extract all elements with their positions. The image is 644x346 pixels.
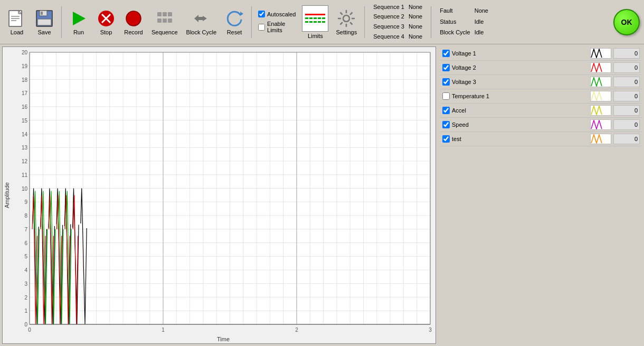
channel-name: Voltage 3 xyxy=(452,79,588,85)
svg-marker-21 xyxy=(240,12,243,16)
svg-text:15: 15 xyxy=(22,118,28,124)
channel-row: Temperature 10 xyxy=(440,89,642,104)
svg-rect-7 xyxy=(37,19,51,25)
channel-wave-icon xyxy=(590,48,611,59)
channel-name: Speed xyxy=(452,121,588,128)
seq1-label: Sequence 1 xyxy=(373,3,404,12)
svg-text:18: 18 xyxy=(22,77,28,83)
run-button[interactable]: Run xyxy=(66,8,91,36)
chart-area: Amplitude 012345678910111213141516171819… xyxy=(0,44,438,346)
settings-button[interactable]: Settings xyxy=(333,8,360,36)
load-label: Load xyxy=(11,29,23,35)
save-icon xyxy=(35,9,54,28)
svg-text:7: 7 xyxy=(24,227,27,232)
blockcycle-label: Block Cycle xyxy=(186,29,216,35)
blockcycle-icon xyxy=(192,9,211,28)
main-content: Amplitude 012345678910111213141516171819… xyxy=(0,44,644,346)
svg-line-29 xyxy=(351,12,353,14)
svg-rect-19 xyxy=(168,18,172,23)
fault-label: Fault xyxy=(440,6,470,16)
record-button[interactable]: Record xyxy=(121,8,146,36)
channel-checkbox[interactable] xyxy=(442,64,450,71)
seq2-label: Sequence 2 xyxy=(373,12,404,22)
svg-text:11: 11 xyxy=(22,172,28,178)
svg-rect-8 xyxy=(41,12,43,15)
status-val: Idle xyxy=(475,17,488,27)
sequence-info: Sequence 1 None Sequence 2 None Sequence… xyxy=(369,1,427,43)
load-button[interactable]: Load xyxy=(4,8,30,36)
svg-line-30 xyxy=(340,22,343,24)
settings-label: Settings xyxy=(336,29,357,35)
blockcycle-status-label: Block Cycle xyxy=(440,27,470,38)
save-label: Save xyxy=(37,29,51,35)
svg-rect-16 xyxy=(168,12,172,16)
svg-rect-17 xyxy=(157,18,162,23)
seq3-val: None xyxy=(409,22,422,32)
svg-text:10: 10 xyxy=(22,186,28,192)
limits-preview xyxy=(302,5,328,32)
channel-checkbox[interactable] xyxy=(442,78,450,86)
channel-wave-icon xyxy=(590,77,611,87)
reset-label: Reset xyxy=(227,29,242,35)
svg-text:3: 3 xyxy=(24,281,27,287)
enablelimits-checkbox[interactable] xyxy=(258,24,265,31)
channel-value: 0 xyxy=(613,77,640,87)
reset-button[interactable]: Reset xyxy=(222,8,247,36)
autoscaled-checkbox[interactable] xyxy=(258,11,265,17)
channel-row: Voltage 10 xyxy=(440,46,642,61)
stop-button[interactable]: Stop xyxy=(93,8,119,36)
channel-wave-icon xyxy=(590,105,611,116)
svg-text:3: 3 xyxy=(429,327,432,333)
channel-checkbox[interactable] xyxy=(442,121,450,128)
svg-rect-18 xyxy=(163,18,167,23)
save-button[interactable]: Save xyxy=(32,8,57,36)
svg-text:20: 20 xyxy=(22,50,28,55)
channel-value: 0 xyxy=(613,119,640,130)
channel-value: 0 xyxy=(613,105,640,116)
svg-text:5: 5 xyxy=(24,254,27,259)
seq3-label: Sequence 3 xyxy=(373,22,404,32)
svg-text:0: 0 xyxy=(24,322,27,328)
svg-text:19: 19 xyxy=(22,63,28,69)
channel-wave-icon xyxy=(590,134,611,144)
channel-checkbox[interactable] xyxy=(442,107,450,114)
sequence-icon xyxy=(155,9,174,28)
ok-label: OK xyxy=(621,18,632,26)
seq4-label: Sequence 4 xyxy=(373,32,404,42)
svg-rect-15 xyxy=(163,12,167,16)
channel-row: Speed0 xyxy=(440,118,642,132)
y-axis-label: Amplitude xyxy=(3,47,11,343)
autoscaled-group: Autoscaled EnableLimits xyxy=(256,8,298,35)
ok-button[interactable]: OK xyxy=(613,9,640,35)
blockcycle-button[interactable]: Block Cycle xyxy=(183,8,220,36)
limits-label: Limits xyxy=(308,33,323,39)
fault-val: None xyxy=(475,6,488,16)
svg-text:1: 1 xyxy=(24,308,27,314)
channel-checkbox[interactable] xyxy=(442,135,450,143)
limit-red-line xyxy=(305,14,325,15)
load-icon xyxy=(7,9,26,28)
sequence-button[interactable]: Sequence xyxy=(148,8,181,36)
svg-text:1: 1 xyxy=(162,327,165,333)
chart-container: Amplitude 012345678910111213141516171819… xyxy=(2,46,436,344)
chart-grid: 012345678910111213141516171819200123 xyxy=(11,47,435,335)
channel-wave-icon xyxy=(590,91,611,101)
limit-green-dashed2 xyxy=(305,21,325,23)
channel-checkbox[interactable] xyxy=(442,50,450,57)
seq1-val: None xyxy=(409,3,422,12)
svg-text:17: 17 xyxy=(22,90,28,96)
svg-rect-14 xyxy=(157,12,162,16)
reset-icon xyxy=(225,9,244,28)
svg-text:0: 0 xyxy=(28,327,31,333)
run-icon xyxy=(69,9,88,28)
channel-wave-icon xyxy=(590,62,611,73)
channel-wave-icon xyxy=(590,119,611,130)
svg-text:13: 13 xyxy=(22,145,28,151)
status-block: Fault None Status Idle Block Cycle Idle xyxy=(435,4,493,40)
channel-list: Voltage 10Voltage 20Voltage 30Temperatur… xyxy=(440,46,642,344)
autoscaled-row: Autoscaled xyxy=(258,11,296,17)
autoscaled-label: Autoscaled xyxy=(267,11,296,17)
seq2-val: None xyxy=(409,12,422,22)
stop-label: Stop xyxy=(100,29,112,35)
channel-checkbox[interactable] xyxy=(442,92,450,100)
